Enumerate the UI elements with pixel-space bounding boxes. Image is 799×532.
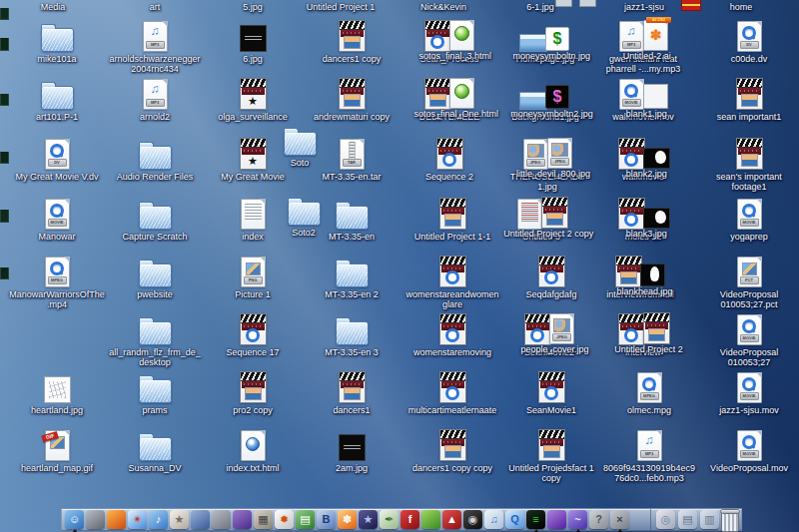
dock-item-green-film-app[interactable]: ▤ [296,510,315,529]
desktop-icon-heartland-jpg[interactable]: heartland.jpg [9,369,105,415]
desktop-icon-jazz1-sjsu-mov[interactable]: MOVIEjazz1-sjsu.mov [701,369,797,415]
desktop-icon-deletemeee[interactable]: DELETEMEEEsotos_final_One.html [401,76,497,122]
desktop-icon-8069f943130919b4ec976dc0-feb0-mp3[interactable]: ♫MP38069f943130919b4ec976dc0...feb0.mp3 [601,427,697,484]
desktop-icon-prams[interactable]: prams [107,369,203,415]
desktop-icon-mt-3-35-en-3[interactable]: MT-3.35-en 3 [304,311,400,357]
dock-item-gray-x-app[interactable]: × [610,510,629,529]
desktop-icon-videoproposal-010053-27[interactable]: MOVIEVideoProposal 010053;27 [701,311,797,368]
desktop-icon-blank3-jpg[interactable] [643,208,670,229]
desktop-icon-heartland-map-gif[interactable]: GIFheartland_map.gif [9,427,105,473]
desktop-icon-untitled-projedsfact-1-copy[interactable]: Untitled Projedsfact 1 copy [503,427,599,484]
desktop-icon-media[interactable]: Media [5,0,101,12]
desktop-icon-olga-surveillance[interactable]: ★olga_surveillance [205,76,301,122]
desktop-icon-interview[interactable]: interviewUntitled Project 2 [595,311,691,357]
desktop-icon-5-jpg[interactable]: 5.jpg [205,0,301,12]
dock-item-golive[interactable] [421,510,440,529]
desktop-icon-walkmovie-mov[interactable]: MOVIEwalkmovie.movblank1.jpg [595,76,691,122]
dock-trash[interactable] [721,510,738,529]
desktop-icon-susanna-dv[interactable]: Susanna_DV [107,427,203,473]
desktop-icon-seanmovie1[interactable]: SeanMovie1 [503,369,599,415]
dock-item-gray-utility[interactable] [212,510,231,529]
dock-item-dark-star-app[interactable]: ★ [359,510,378,529]
dock-item-bbedit[interactable]: B [317,510,336,529]
desktop-icon-sequence-2[interactable]: Sequence 2 [401,136,497,182]
desktop-icon-walkmovie[interactable]: walkmovieblank2.jpg [595,136,691,182]
dock-item-display-app[interactable] [191,510,210,529]
dock-item-audio-meter-app[interactable]: ≡ [526,510,545,529]
desktop-icon-manowar[interactable]: MOVIEManowar [9,196,105,242]
desktop-icon-moneysymboltn2-jpg[interactable]: $ [545,85,569,109]
desktop-icon-dancers1-copy-copy[interactable]: dancers1 copy copy [404,427,500,473]
desktop-icon-moneysymboltn-jpg[interactable]: $ [545,27,569,51]
desktop-icon-arnoldschwarzenegger2004rnc434[interactable]: ♫MP3arnoldschwarzenegger2004rnc434 [107,18,203,75]
desktop-icon-untitled-project-1-1[interactable]: Untitled Project 1-1 [404,196,500,242]
dock-item-purple-wave-app[interactable]: ~ [568,510,587,529]
desktop-icon-olmec-mpg[interactable]: MPEGolmec.mpg [601,369,697,415]
desktop-icon-jazz1-sjsu[interactable]: jazz1-sjsu [596,0,692,12]
dock-item-quicktime[interactable]: Q [505,510,524,529]
desktop-icon-interviewfromhell[interactable]: interviewfromhellblankhead.jpg [592,254,688,299]
desktop-icon-little-devil-800-jpg[interactable]: JPEG [547,138,572,169]
desktop-icon-art[interactable]: art [107,0,203,12]
desktop-icon-pwebsite[interactable]: pwebsite [107,254,203,299]
desktop-icon-art101-p-1[interactable]: art101.P-1 [9,76,105,122]
desktop-icon-blank2-jpg[interactable] [643,148,670,169]
desktop-icon-index-txt-html[interactable]: index.txt.html [205,427,301,473]
desktop-icon-mt-3-35-en[interactable]: MT-3.35-en [304,196,400,242]
dock-item-orange-flower-app[interactable]: ✽ [338,510,357,529]
desktop-icon-sean-process[interactable]: Sean_Processsotos_final_3.html [401,18,497,64]
desktop-icon-yogaprep[interactable]: MOVIEyogaprep [701,196,797,242]
desktop-icon-andrewmaturi-copy[interactable]: andrewmaturi copy [304,76,400,122]
desktop-icon-multicartimeatlernaate[interactable]: multicartimeatlernaate [404,369,500,415]
dock-item-purple-face-app[interactable] [547,510,566,529]
desktop-icon-videoproposal-mov[interactable]: MOVIEVideoProposal.mov [701,427,797,473]
dock-item-final-cut[interactable]: ▦ [254,510,273,529]
desktop-icon-2am-jpg[interactable]: 2am.jpg [304,427,400,473]
dock-item-finder[interactable]: ☺ [65,510,84,529]
desktop-icon-mt-3-35-en-2[interactable]: MT-3.35-en 2 [304,254,400,299]
desktop-icon-untitled-project-2[interactable] [643,312,670,344]
desktop-icon-dancers1-copy[interactable]: dancers1 copy [304,18,400,64]
desktop-icon-blank1-jpg[interactable] [643,84,668,109]
desktop-icon-manowarwarriorsofthe-mp4[interactable]: MPEGManowarWarriorsOfThe.mp4 [9,254,105,310]
dock-item-missing-app-question[interactable]: ? [589,510,608,529]
desktop-icon-sean-important1[interactable]: sean important1 [701,76,797,122]
desktop-icon-homepage-jpg[interactable]: $Homepage.jpgmoneysymboltn.jpg [497,18,593,64]
dock-item-minimized-window-2[interactable]: ▥ [700,510,719,529]
desktop-icon-6-jpg[interactable]: 6.jpg [205,18,301,64]
dock-item-flash[interactable]: f [400,510,419,529]
dock-item-green-quill-app[interactable]: ✒ [380,510,399,529]
desktop-icon-untitled-3[interactable]: Untitled 3Untitled Project 2 copy [493,196,589,242]
desktop-icon-sotos-final-3-html[interactable] [449,20,474,51]
desktop-icon-6-1-jpg[interactable]: 6-1.jpg [492,0,588,12]
desktop-icon-untitled-2-ai[interactable]: ✽AI CS2 [643,20,668,51]
desktop-icon-sotos-final-one-html[interactable] [449,78,474,109]
desktop-icon-seanmovie2[interactable]: JPEGSeanMovie2people_cover.jpg [501,311,597,357]
desktop-icon-mike101a[interactable]: mike101a [9,18,105,64]
desktop-icon-picture-1[interactable]: PNGPicture 1 [205,254,301,299]
desktop-icon-capture-scratch[interactable]: Capture Scratch [107,196,203,242]
dock-item-dvd-player[interactable] [233,510,252,529]
desktop-icon-sean-s-important-footage1[interactable]: sean's important footage1 [701,136,797,193]
dock-item-blue-media-app[interactable]: ♪ [149,510,168,529]
dock-item-disc-document[interactable]: ◎ [656,510,675,529]
desktop-icon-blankhead-jpg[interactable] [640,264,665,286]
desktop-icon-sequence-17[interactable]: Sequence 17 [205,311,301,357]
desktop-icon-nick-kevin[interactable]: Nick&Kevin [396,0,491,12]
desktop-icon-my-great-movie-v-dv[interactable]: DVMy Great Movie V.dv [9,136,105,182]
dock-item-apple-gray[interactable] [86,510,105,529]
desktop-icon-mt-3-35-en-tar[interactable]: TARMT-3.35-en.tar [304,136,400,182]
desktop-icon-arnold2[interactable]: ♫MP3arnold2 [107,76,203,122]
desktop-icon-untitled-project-2-copy[interactable] [541,197,568,229]
desktop-icon-gwen-stefani-feat-pharrell-my-mp3[interactable]: ♫MP3✽AI CS2gwen stefani feat pharrell -.… [595,18,691,75]
desktop-icon-home[interactable]: home [693,0,789,12]
dock-item-firefox[interactable] [107,510,126,529]
dock-item-black-knob-app[interactable]: ◉ [463,510,482,529]
desktop-icon-moles-12[interactable]: moles 12blank3.jpg [595,196,691,242]
dock-item-acrobat[interactable]: ▲ [442,510,461,529]
desktop-icon-seqdafgdafg[interactable]: Seqdafgdafg [503,254,599,299]
dock-item-color-wheel[interactable]: ✹ [275,510,294,529]
dock-item-minimized-window-1[interactable]: ▤ [678,510,697,529]
desktop-icon-untitled-project-1[interactable]: Untitled Project 1 [293,0,389,12]
desktop-icon-dancers1[interactable]: dancers1 [304,369,400,415]
